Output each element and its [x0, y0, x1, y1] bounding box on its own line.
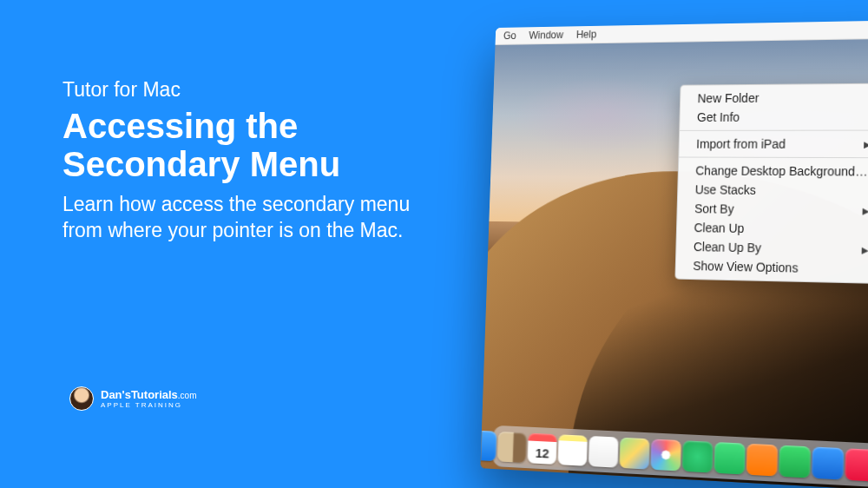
- contacts-icon[interactable]: [497, 431, 527, 462]
- mail-icon[interactable]: [480, 430, 496, 461]
- photos-icon[interactable]: [651, 439, 681, 471]
- keynote-icon[interactable]: [812, 446, 844, 479]
- menubar-item-window[interactable]: Window: [529, 29, 563, 41]
- context-menu-item[interactable]: Change Desktop Background…: [679, 161, 868, 181]
- submenu-arrow-icon: ▶: [862, 245, 868, 254]
- tutorial-text-panel: Tutor for Mac Accessing the Secondary Me…: [62, 78, 427, 244]
- context-menu-item[interactable]: Use Stacks: [678, 180, 868, 201]
- pages-icon[interactable]: [746, 443, 778, 476]
- context-menu-item[interactable]: Import from iPad▶: [679, 135, 868, 154]
- brand-tagline: APPLE TRAINING: [101, 402, 196, 409]
- context-menu-item[interactable]: Sort By▶: [677, 199, 868, 221]
- menu-separator: [679, 157, 868, 159]
- menubar-item-help[interactable]: Help: [576, 29, 597, 41]
- maps-icon[interactable]: [620, 437, 650, 469]
- tutorial-description: Learn how access the secondary menu from…: [62, 192, 427, 244]
- submenu-arrow-icon: ▶: [864, 139, 868, 148]
- branding-logo: Dan'sTutorials.com APPLE TRAINING: [69, 386, 196, 411]
- menubar-item-go[interactable]: Go: [503, 30, 516, 42]
- brand-name: Dan'sTutorials.com: [101, 389, 196, 400]
- calendar-icon[interactable]: 12: [528, 432, 557, 464]
- reminders-icon[interactable]: [589, 435, 619, 467]
- submenu-arrow-icon: ▶: [863, 206, 868, 215]
- messages-icon[interactable]: [682, 440, 713, 472]
- news-icon[interactable]: [845, 448, 868, 481]
- tutorial-title: Accessing the Secondary Menu: [62, 107, 427, 183]
- tutorial-subtitle: Tutor for Mac: [62, 78, 427, 102]
- context-menu-item[interactable]: Show View Options: [676, 256, 868, 280]
- context-menu-item[interactable]: Get Info: [680, 107, 868, 127]
- context-menu-item[interactable]: New Folder: [681, 88, 868, 109]
- menu-separator: [680, 130, 868, 131]
- facetime-icon[interactable]: [714, 441, 746, 474]
- context-menu: New FolderGet InfoImport from iPad▶Chang…: [674, 83, 868, 285]
- notes-icon[interactable]: [558, 434, 588, 466]
- numbers-icon[interactable]: [779, 445, 812, 478]
- mac-desktop-window: GoWindowHelp New FolderGet InfoImport fr…: [480, 20, 868, 488]
- desktop-wallpaper[interactable]: New FolderGet InfoImport from iPad▶Chang…: [480, 39, 868, 488]
- avatar-icon: [69, 386, 94, 411]
